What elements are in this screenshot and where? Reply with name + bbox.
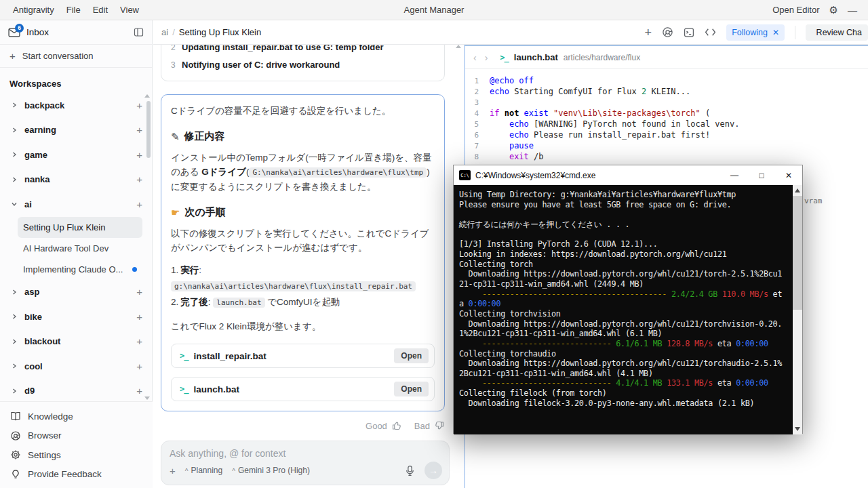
sidebar-item-settings[interactable]: Settings <box>0 445 153 465</box>
menu-edit[interactable]: Edit <box>87 5 114 15</box>
minimize-icon[interactable]: — <box>848 5 861 16</box>
menu-antigravity[interactable]: Antigravity <box>7 5 60 15</box>
add-conversation-icon[interactable]: + <box>136 174 142 185</box>
cmd-scrollbar-thumb[interactable] <box>793 196 802 310</box>
workspace-row-cool[interactable]: cool+ <box>0 354 152 379</box>
review-changes-tab[interactable]: Review Cha <box>806 24 868 41</box>
open-editor-button[interactable]: Open Editor <box>772 5 819 15</box>
new-tab-icon[interactable]: + <box>645 26 652 39</box>
workspace-row-nanka[interactable]: nanka+ <box>0 167 152 192</box>
add-conversation-icon[interactable]: + <box>136 286 142 298</box>
mode-picker[interactable]: ^ Planning <box>185 466 222 475</box>
plan-item-text: Notifying user of C: drive workaround <box>182 56 340 74</box>
sidebar-item-provide-feedback[interactable]: Provide Feedback <box>0 465 153 485</box>
plan-item[interactable]: 2Updating install_repair.bat to use G: t… <box>171 45 435 56</box>
breadcrumb-separator: / <box>172 27 175 37</box>
conversation-item[interactable]: Implementing Claude O... <box>18 259 142 280</box>
workspace-row-d9[interactable]: d9+ <box>0 379 152 404</box>
workspace-row-earning[interactable]: earning+ <box>0 118 152 143</box>
cmd-scrollbar[interactable] <box>793 185 802 434</box>
code-token <box>490 152 509 163</box>
code-token <box>519 108 524 119</box>
nav-forward-icon[interactable]: › <box>485 52 488 63</box>
chevron-right-icon[interactable] <box>11 313 20 320</box>
cmd-close-button[interactable]: ✕ <box>775 165 802 185</box>
cmd-minimize-button[interactable]: — <box>721 165 748 185</box>
following-close-icon[interactable]: ✕ <box>772 28 779 37</box>
cmd-maximize-button[interactable]: □ <box>748 165 775 185</box>
workspace-row-asp[interactable]: asp+ <box>0 280 152 305</box>
chevron-right-icon[interactable] <box>11 289 20 296</box>
browser-icon[interactable] <box>662 26 673 38</box>
cmd-titlebar[interactable]: C:\ C:¥Windows¥system32¥cmd.exe — □ ✕ <box>454 165 802 185</box>
open-button[interactable]: Open <box>394 382 429 396</box>
workspace-row-game[interactable]: game+ <box>0 142 152 167</box>
breadcrumb-workspace[interactable]: ai <box>161 27 168 37</box>
terminal-panel-icon[interactable] <box>684 27 694 38</box>
workspace-row-bike[interactable]: bike+ <box>0 304 152 329</box>
code-icon[interactable] <box>705 28 716 37</box>
sidebar-scrollbar-thumb[interactable] <box>146 101 151 158</box>
add-conversation-icon[interactable]: + <box>136 124 142 136</box>
good-label[interactable]: Good <box>366 421 387 431</box>
cmd-window[interactable]: C:\ C:¥Windows¥system32¥cmd.exe — □ ✕ Us… <box>453 165 803 434</box>
sidebar-item-browser[interactable]: Browser <box>0 426 153 446</box>
add-conversation-icon[interactable]: + <box>136 385 142 396</box>
inbox-row[interactable]: 6 Inbox <box>0 20 152 45</box>
add-conversation-icon[interactable]: + <box>136 100 142 111</box>
chat-input-box[interactable]: + ^ Planning ^ Gemini 3 Pro (High) → <box>161 441 450 485</box>
add-conversation-icon[interactable]: + <box>136 149 142 161</box>
add-conversation-icon[interactable]: + <box>136 199 142 210</box>
line-number: 8 <box>465 152 490 163</box>
conversation-item[interactable]: Setting Up Flux Klein <box>18 217 142 238</box>
gear-icon[interactable]: ⚙ <box>829 4 838 16</box>
editor-header: ‹ › >_ launch.bat articles/hardware/flux <box>465 46 868 69</box>
plan-item[interactable]: 3Notifying user of C: drive workaround <box>171 56 435 74</box>
workspace-row-ai[interactable]: ai+ <box>0 192 152 217</box>
following-chip[interactable]: Following ✕ <box>726 24 785 41</box>
chat-scroll-up-icon[interactable] <box>456 45 461 48</box>
chevron-down-icon[interactable] <box>11 201 20 207</box>
workspace-row-blackout[interactable]: blackout+ <box>0 329 152 354</box>
thumbs-down-icon[interactable] <box>434 420 445 431</box>
chevron-right-icon[interactable] <box>11 127 20 134</box>
add-conversation-icon[interactable]: + <box>136 361 142 372</box>
terminal-icon: >_ <box>180 384 188 394</box>
open-button[interactable]: Open <box>394 348 429 363</box>
add-conversation-icon[interactable]: + <box>136 311 142 323</box>
menu-file[interactable]: File <box>60 5 87 15</box>
menu-view[interactable]: View <box>114 5 145 15</box>
code-token <box>490 119 509 130</box>
cmd-scroll-down-icon[interactable] <box>795 427 800 431</box>
bad-label[interactable]: Bad <box>414 421 430 431</box>
sidebar-item-knowledge[interactable]: Knowledge <box>0 407 153 426</box>
terminal-text: Collecting torch <box>459 260 533 269</box>
attach-icon[interactable]: + <box>170 465 176 476</box>
code-fragment: vram <box>804 197 823 205</box>
thumbs-up-icon[interactable] <box>391 420 402 431</box>
panel-toggle-icon[interactable] <box>134 27 144 37</box>
chevron-right-icon[interactable] <box>11 151 20 158</box>
chevron-right-icon[interactable] <box>11 388 20 394</box>
chevron-right-icon[interactable] <box>11 363 20 369</box>
start-conversation-button[interactable]: + Start conversation <box>0 45 152 68</box>
sidebar-scroll-down-icon[interactable] <box>144 396 150 400</box>
chevron-right-icon[interactable] <box>11 102 20 108</box>
cmd-scroll-up-icon[interactable] <box>795 188 800 192</box>
nav-back-icon[interactable]: ‹ <box>473 52 477 63</box>
mic-icon[interactable] <box>405 465 415 476</box>
sidebar-scroll-up-icon[interactable] <box>144 94 150 98</box>
code-token: Starting ComfyUI for Flux <box>509 87 642 98</box>
workspace-row-backpack[interactable]: backpack+ <box>0 93 152 118</box>
model-label: Gemini 3 Pro (High) <box>238 466 310 475</box>
editor-file-name[interactable]: launch.bat <box>514 52 558 62</box>
send-button[interactable]: → <box>425 462 442 479</box>
code-token: "venv\Lib\site-packages\torch" <box>553 108 701 119</box>
chevron-right-icon[interactable] <box>11 338 20 345</box>
model-picker[interactable]: ^ Gemini 3 Pro (High) <box>232 466 310 475</box>
chat-input[interactable] <box>170 448 441 459</box>
chevron-right-icon[interactable] <box>11 176 20 183</box>
add-conversation-icon[interactable]: + <box>136 336 142 347</box>
conversation-item[interactable]: AI Hardware Tool Dev <box>18 238 142 259</box>
cmd-terminal[interactable]: Using Temp Directory: g:¥nanka¥ai¥articl… <box>454 185 802 434</box>
